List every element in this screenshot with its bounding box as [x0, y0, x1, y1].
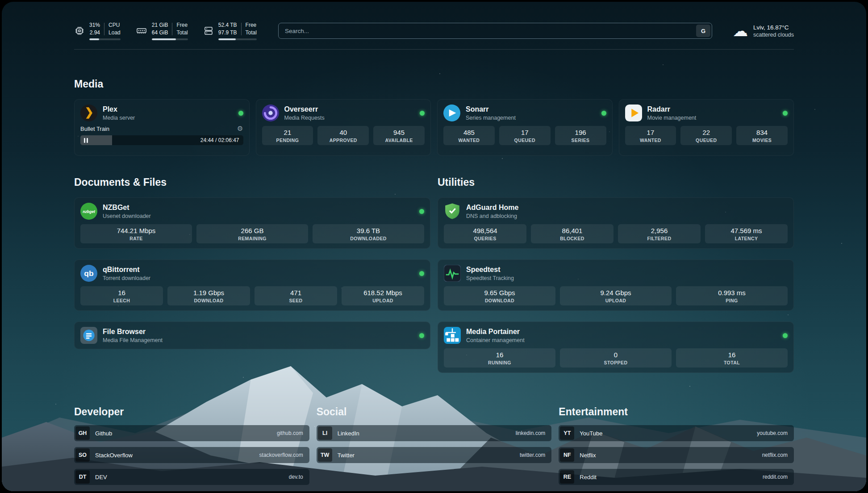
status-dot [419, 209, 424, 214]
stat-box: 266 GB REMAINING [196, 224, 308, 243]
stat-box: 618.52 Mbps UPLOAD [342, 286, 424, 305]
stat-box: 9.65 Gbps DOWNLOAD [444, 286, 555, 305]
app-card-qbittorrent[interactable]: qb qBittorrent Torrent downloader 16 LEE… [74, 259, 430, 311]
memory-widget: 21 GiB 64 GiB Free Total [136, 21, 188, 41]
app-description: Media Requests [284, 115, 325, 121]
stat-value: 0 [562, 351, 670, 359]
stat-value: 196 [557, 129, 605, 136]
status-dot [420, 111, 425, 116]
stat-value: 618.52 Mbps [343, 289, 422, 297]
bookmark-group-developer: Developer GH Github github.com SO StackO… [74, 406, 309, 491]
bookmark-reddit[interactable]: RE Reddit reddit.com [559, 469, 794, 485]
stat-label: DOWNLOAD [169, 298, 248, 303]
settings-gear-icon[interactable]: ⚙ [237, 125, 243, 133]
stat-value: 16 [446, 351, 554, 359]
stat-box: 2,956 FILTERED [618, 224, 701, 243]
bookmark-group-entertainment: Entertainment YT YouTube youtube.com NF … [559, 406, 794, 491]
app-card-portainer[interactable]: Media Portainer Container management 16 … [438, 322, 794, 373]
widget-separator [104, 23, 104, 35]
stat-box: 471 SEED [255, 286, 337, 305]
stat-label: WANTED [627, 138, 675, 143]
bookmark-abbr: RE [560, 470, 574, 484]
bookmark-netflix[interactable]: NF Netflix netflix.com [559, 447, 794, 463]
status-dot [783, 111, 788, 116]
bookmark-linkedin[interactable]: LI LinkedIn linkedin.com [317, 425, 552, 441]
stat-value: 40 [319, 129, 367, 136]
app-name: qBittorrent [103, 265, 150, 274]
bookmark-name: Twitter [338, 452, 355, 459]
playback-progress-bar[interactable]: 24:44 / 02:06:47 [80, 135, 243, 145]
app-description: Speedtest Tracking [466, 275, 514, 281]
app-name: Plex [103, 105, 135, 113]
bookmark-abbr: LI [318, 426, 332, 440]
stat-value: 2,956 [620, 227, 699, 234]
bookmark-abbr: TW [318, 448, 332, 462]
stat-label: UPLOAD [343, 298, 422, 303]
storage-free-value: 52.4 TB [218, 21, 237, 29]
stat-box: 47.569 ms LATENCY [705, 224, 788, 243]
app-description: Movie management [647, 115, 697, 121]
pause-icon[interactable] [84, 138, 88, 143]
stat-box: 16 RUNNING [444, 348, 555, 368]
storage-label-bottom: Total [246, 29, 257, 37]
bookmark-dev[interactable]: DT DEV dev.to [74, 469, 309, 485]
app-description: Usenet downloader [103, 213, 151, 219]
stat-box: 0 STOPPED [560, 348, 672, 368]
status-dot [783, 333, 788, 338]
stat-label: QUEUED [501, 138, 549, 143]
search-input[interactable] [278, 23, 712, 39]
stat-box: 9.24 Gbps UPLOAD [560, 286, 672, 305]
stat-value: 834 [738, 129, 786, 136]
bookmark-stackoverflow[interactable]: SO StackOverflow stackoverflow.com [74, 447, 309, 463]
stat-value: 16 [678, 351, 786, 359]
stat-box: 21 PENDING [262, 126, 313, 145]
stat-label: WANTED [445, 138, 493, 143]
bookmark-name: LinkedIn [338, 430, 359, 437]
stat-box: 40 APPROVED [317, 126, 369, 145]
app-card-speedtest[interactable]: Speedtest Speedtest Tracking 9.65 Gbps D… [438, 259, 794, 311]
status-dot [238, 111, 243, 116]
cpu-chip-icon [74, 25, 85, 36]
search-engine-button[interactable]: G [696, 25, 710, 37]
disk-icon [203, 25, 214, 36]
app-name: Overseerr [284, 105, 325, 113]
stat-label: LATENCY [707, 236, 786, 241]
top-bar: 31% 2.94 CPU Load [74, 19, 794, 43]
app-card-adguard[interactable]: AdGuard Home DNS and adblocking 498,564 … [438, 197, 794, 249]
svg-text:qb: qb [84, 269, 93, 278]
app-card-nzbget[interactable]: nzbget NZBGet Usenet downloader 744.21 M… [74, 197, 430, 249]
stat-label: RUNNING [446, 360, 554, 365]
bookmark-name: Netflix [580, 452, 596, 459]
app-card-plex[interactable]: Plex Media server Bullet Train ⚙ 24:44 /… [74, 99, 250, 156]
bookmark-youtube[interactable]: YT YouTube youtube.com [559, 425, 794, 441]
stat-value: 47.569 ms [707, 227, 786, 234]
stat-value: 16 [82, 289, 161, 297]
stat-box: 196 SERIES [555, 126, 606, 145]
app-description: Torrent downloader [103, 275, 150, 281]
stat-label: STOPPED [562, 360, 670, 365]
app-name: Sonarr [466, 105, 516, 113]
app-card-radarr[interactable]: Radarr Movie management 17 WANTED 22 QUE… [619, 99, 794, 156]
bookmark-github[interactable]: GH Github github.com [74, 425, 309, 441]
bookmark-url: youtube.com [757, 430, 793, 436]
stat-value: 485 [445, 129, 493, 136]
stat-label: AVAILABLE [375, 138, 423, 143]
app-description: Media File Management [103, 337, 163, 343]
stat-label: TOTAL [678, 360, 786, 365]
stat-label: REMAINING [198, 236, 306, 241]
app-card-overseerr[interactable]: Overseerr Media Requests 21 PENDING 40 A… [256, 99, 431, 156]
snow-particles [2, 2, 3, 3]
bookmark-group-title: Developer [74, 406, 309, 418]
bookmark-abbr: YT [560, 426, 574, 440]
app-card-sonarr[interactable]: Sonarr Series management 485 WANTED 17 Q… [437, 99, 613, 156]
status-dot [419, 271, 424, 276]
storage-label-top: Free [246, 21, 257, 29]
bookmark-abbr: NF [560, 448, 574, 462]
section-title-utilities: Utilities [438, 176, 794, 188]
cpu-progress-bar [89, 38, 121, 40]
stat-value: 17 [501, 129, 549, 136]
app-card-filebrowser[interactable]: File Browser Media File Management [74, 322, 430, 349]
bookmark-twitter[interactable]: TW Twitter twitter.com [317, 447, 552, 463]
cpu-progress-fill [89, 38, 99, 40]
now-playing: Bullet Train ⚙ 24:44 / 02:06:47 [80, 125, 243, 145]
